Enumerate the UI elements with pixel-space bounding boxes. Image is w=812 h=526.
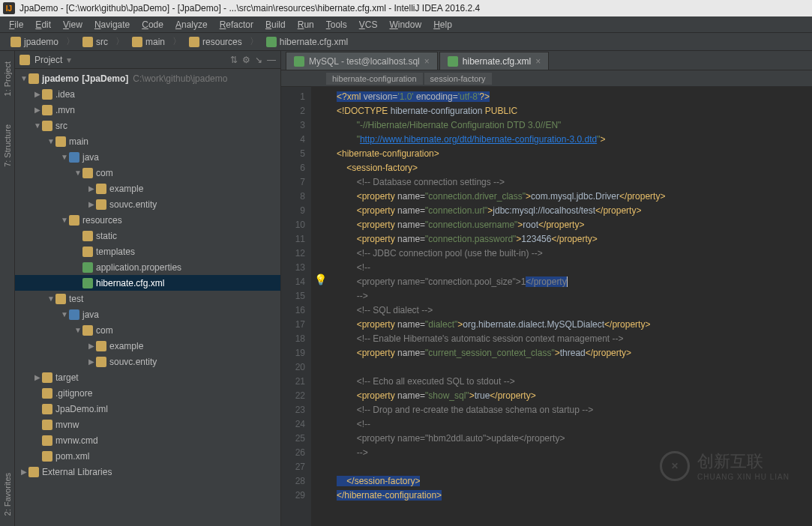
tree-row[interactable]: ▼main — [15, 133, 280, 149]
menu-window[interactable]: Window — [383, 18, 427, 31]
tree-arrow-icon[interactable]: ▼ — [73, 326, 82, 334]
tree-row[interactable]: templates — [15, 244, 280, 259]
tool-window-strip-left: 1: Project 7: Structure 2: Favorites — [0, 51, 15, 526]
tree-row[interactable]: ▶target — [15, 369, 280, 385]
editor-crumb[interactable]: hibernate-configuration — [326, 73, 423, 85]
tree-arrow-icon[interactable]: ▶ — [33, 90, 42, 98]
editor-crumb[interactable]: session-factory — [424, 73, 492, 85]
panel-tool-icon[interactable]: — — [267, 55, 276, 65]
file-xml-icon — [42, 451, 52, 462]
folder-blue-icon — [69, 309, 79, 320]
tree-row[interactable]: static — [15, 228, 280, 244]
close-icon[interactable]: × — [424, 56, 430, 67]
tree-arrow-icon[interactable]: ▼ — [73, 169, 82, 177]
menu-refactor[interactable]: Refactor — [214, 18, 259, 31]
menu-bar: FileEditViewNavigateCodeAnalyzeRefactorB… — [0, 16, 812, 33]
breadcrumb-item[interactable]: resources — [183, 35, 248, 49]
tree-row[interactable]: ▶.mvn — [15, 102, 280, 118]
project-tree[interactable]: ▼jpademo [JpaDemo]C:\work\github\jpademo… — [15, 69, 280, 526]
tree-arrow-icon[interactable]: ▼ — [60, 153, 69, 161]
hint-gutter: 💡 — [311, 87, 332, 526]
file-icon — [266, 37, 277, 47]
tree-row[interactable]: ▼java — [15, 149, 280, 165]
tree-arrow-icon[interactable]: ▶ — [87, 342, 96, 350]
menu-analyze[interactable]: Analyze — [169, 18, 214, 31]
tree-arrow-icon[interactable]: ▼ — [19, 74, 28, 82]
tree-row[interactable]: ▶souvc.entity — [15, 354, 280, 369]
tree-row[interactable]: JpaDemo.iml — [15, 401, 280, 417]
tree-row[interactable]: ▼jpademo [JpaDemo]C:\work\github\jpademo — [15, 70, 280, 86]
tree-row[interactable]: application.properties — [15, 259, 280, 275]
editor-tabs: MySQL - test@localhost.sql×hibernate.cfg… — [281, 51, 812, 70]
breadcrumb-item[interactable]: main — [126, 35, 171, 49]
file-icon — [448, 56, 458, 67]
folder-icon — [82, 247, 93, 257]
menu-help[interactable]: Help — [427, 18, 458, 31]
folder-icon — [96, 199, 106, 210]
tree-arrow-icon[interactable]: ▶ — [87, 184, 96, 193]
tree-arrow-icon[interactable]: ▼ — [46, 294, 55, 303]
menu-run[interactable]: Run — [292, 18, 320, 31]
tree-row[interactable]: hibernate.cfg.xml — [15, 275, 280, 291]
tree-row[interactable]: ▶souvc.entity — [15, 196, 280, 212]
folder-icon — [19, 55, 30, 65]
folder-icon — [55, 294, 66, 304]
folder-icon — [42, 105, 52, 115]
tree-arrow-icon[interactable]: ▶ — [33, 106, 42, 114]
tree-arrow-icon[interactable]: ▼ — [46, 137, 55, 145]
editor-tab[interactable]: MySQL - test@localhost.sql× — [286, 52, 438, 70]
tree-arrow-icon[interactable]: ▶ — [19, 468, 28, 476]
breadcrumb-item[interactable]: hibernate.cfg.xml — [260, 35, 354, 49]
tree-row[interactable]: ▶example — [15, 181, 280, 196]
folder-icon — [82, 325, 93, 336]
menu-navigate[interactable]: Navigate — [88, 18, 136, 31]
tree-row[interactable]: pom.xml — [15, 448, 280, 464]
close-icon[interactable]: × — [535, 56, 541, 67]
tree-row[interactable]: ▶External Libraries — [15, 464, 280, 480]
folder-icon — [42, 372, 52, 383]
tree-row[interactable]: ▼src — [15, 118, 280, 133]
favorites-tool-button[interactable]: 2: Favorites — [3, 470, 12, 519]
tree-arrow-icon[interactable]: ▼ — [33, 121, 42, 130]
navigation-breadcrumb: jpademo〉src〉main〉resources〉hibernate.cfg… — [0, 33, 812, 51]
tree-row[interactable]: ▶example — [15, 338, 280, 354]
editor-breadcrumbs: hibernate-configurationsession-factory — [281, 70, 812, 87]
tree-row[interactable]: ▶.idea — [15, 86, 280, 102]
menu-build[interactable]: Build — [259, 18, 292, 31]
tree-row[interactable]: .gitignore — [15, 385, 280, 401]
lib-icon — [28, 467, 39, 477]
menu-view[interactable]: View — [57, 18, 88, 31]
structure-tool-button[interactable]: 7: Structure — [3, 121, 12, 170]
breadcrumb-item[interactable]: src — [76, 35, 114, 49]
menu-vcs[interactable]: VCS — [353, 18, 384, 31]
tree-arrow-icon[interactable]: ▼ — [60, 310, 69, 318]
tree-row[interactable]: mvnw — [15, 417, 280, 432]
tree-row[interactable]: ▼com — [15, 165, 280, 181]
panel-title: Project — [34, 55, 62, 65]
folder-icon — [96, 341, 106, 351]
intention-bulb-icon[interactable]: 💡 — [314, 273, 327, 285]
tree-row[interactable]: ▼test — [15, 291, 280, 306]
tree-arrow-icon[interactable]: ▶ — [87, 357, 96, 366]
folder-icon — [10, 37, 21, 47]
tree-arrow-icon[interactable]: ▶ — [87, 200, 96, 208]
tree-arrow-icon[interactable]: ▼ — [60, 216, 69, 224]
menu-code[interactable]: Code — [136, 18, 169, 31]
panel-tool-icon[interactable]: ⚙ — [242, 55, 250, 65]
file-icon — [42, 435, 52, 446]
tree-arrow-icon[interactable]: ▶ — [33, 373, 42, 381]
tree-row[interactable]: ▼com — [15, 322, 280, 338]
project-tool-button[interactable]: 1: Project — [3, 58, 12, 99]
menu-tools[interactable]: Tools — [320, 18, 353, 31]
tree-row[interactable]: ▼java — [15, 306, 280, 322]
panel-tool-icon[interactable]: ⇅ — [230, 55, 238, 65]
panel-tool-icon[interactable]: ↘ — [255, 55, 262, 65]
breadcrumb-item[interactable]: jpademo — [4, 35, 64, 49]
menu-file[interactable]: File — [3, 18, 29, 31]
tree-row[interactable]: mvnw.cmd — [15, 432, 280, 448]
file-prop-icon — [82, 262, 93, 273]
editor-tab[interactable]: hibernate.cfg.xml× — [439, 52, 549, 70]
file-icon — [42, 420, 52, 430]
tree-row[interactable]: ▼resources — [15, 212, 280, 228]
menu-edit[interactable]: Edit — [29, 18, 57, 31]
